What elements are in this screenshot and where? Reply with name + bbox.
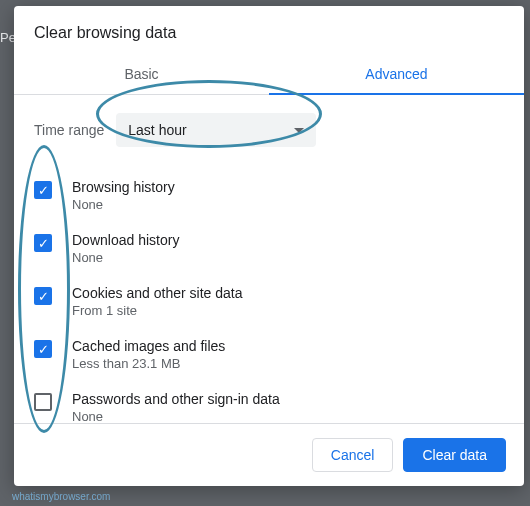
check-icon: ✓ xyxy=(38,184,49,197)
time-range-label: Time range xyxy=(34,122,104,138)
item-subtext: From 1 site xyxy=(72,303,242,318)
backdrop-footer: whatismybrowser.com xyxy=(12,491,110,502)
item-text: Download historyNone xyxy=(72,232,179,265)
list-item: ✓Browsing historyNone xyxy=(34,169,504,222)
checkbox[interactable]: ✓ xyxy=(34,234,52,252)
item-subtext: Less than 23.1 MB xyxy=(72,356,225,371)
item-label: Cached images and files xyxy=(72,338,225,354)
item-text: Cookies and other site dataFrom 1 site xyxy=(72,285,242,318)
tab-basic[interactable]: Basic xyxy=(14,56,269,94)
time-range-value: Last hour xyxy=(128,122,186,138)
checkbox[interactable]: ✓ xyxy=(34,181,52,199)
dialog-content: Time range Last hour ✓Browsing historyNo… xyxy=(14,95,524,423)
item-text: Browsing historyNone xyxy=(72,179,175,212)
checkbox[interactable] xyxy=(34,393,52,411)
check-icon: ✓ xyxy=(38,343,49,356)
time-range-row: Time range Last hour xyxy=(34,113,504,147)
dialog-footer: Cancel Clear data xyxy=(14,423,524,486)
check-icon: ✓ xyxy=(38,290,49,303)
tab-advanced[interactable]: Advanced xyxy=(269,56,524,94)
list-item: ✓Download historyNone xyxy=(34,222,504,275)
checkbox[interactable]: ✓ xyxy=(34,340,52,358)
item-text: Cached images and filesLess than 23.1 MB xyxy=(72,338,225,371)
clear-data-button[interactable]: Clear data xyxy=(403,438,506,472)
dialog-title: Clear browsing data xyxy=(14,6,524,56)
chevron-down-icon xyxy=(294,128,304,133)
item-label: Browsing history xyxy=(72,179,175,195)
item-label: Download history xyxy=(72,232,179,248)
cancel-button[interactable]: Cancel xyxy=(312,438,394,472)
item-label: Passwords and other sign-in data xyxy=(72,391,280,407)
list-item: ✓Cookies and other site dataFrom 1 site xyxy=(34,275,504,328)
list-item: ✓Cached images and filesLess than 23.1 M… xyxy=(34,328,504,381)
item-label: Cookies and other site data xyxy=(72,285,242,301)
item-subtext: None xyxy=(72,197,175,212)
clear-browsing-data-dialog: Clear browsing data Basic Advanced Time … xyxy=(14,6,524,486)
item-subtext: None xyxy=(72,250,179,265)
check-icon: ✓ xyxy=(38,237,49,250)
list-item: Passwords and other sign-in dataNone xyxy=(34,381,504,423)
item-subtext: None xyxy=(72,409,280,423)
item-text: Passwords and other sign-in dataNone xyxy=(72,391,280,423)
tab-bar: Basic Advanced xyxy=(14,56,524,95)
checkbox[interactable]: ✓ xyxy=(34,287,52,305)
time-range-dropdown[interactable]: Last hour xyxy=(116,113,316,147)
